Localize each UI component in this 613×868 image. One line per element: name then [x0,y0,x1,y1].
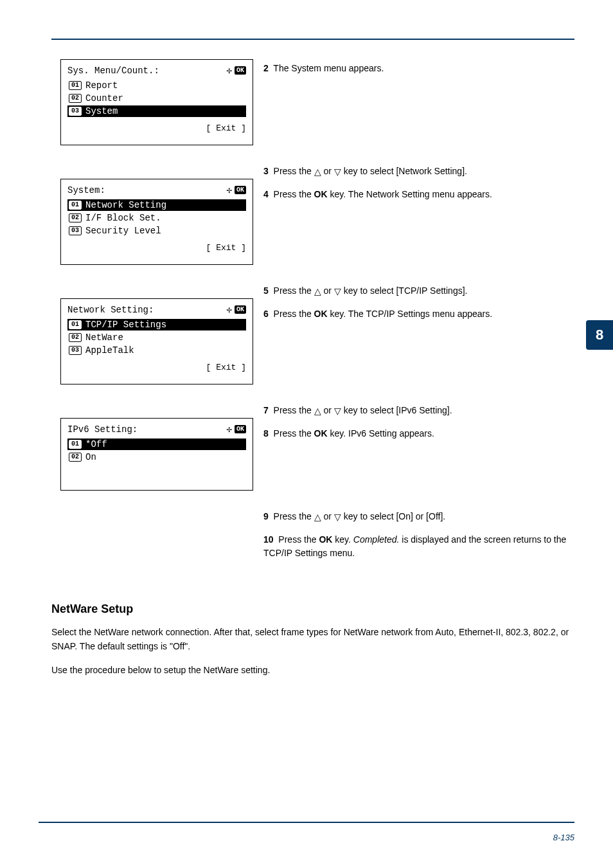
step-row-3-4: System: ✢ OK 01Network Setting 02I/F Blo… [51,162,574,265]
ok-key: OK [314,428,328,439]
lcd-item-label: Security Level [85,226,161,236]
lcd-item-label: Network Setting [85,200,166,210]
step-number: 6 [263,309,269,319]
lcd-title: Sys. Menu/Count.: [67,66,159,76]
lcd-screen-3: Network Setting: ✢ OK 01TCP/IP Settings … [60,298,253,384]
up-triangle-icon: △ [314,404,321,418]
lcd-screen-1: Sys. Menu/Count.: ✢ OK 01Report 02Counte… [60,59,253,145]
step-text: 8 Press the OK key. IPv6 Setting appears… [263,427,574,440]
lcd-item-label: On [85,452,96,462]
ok-icon: OK [235,305,246,314]
item-num-icon: 01 [69,320,82,329]
up-triangle-icon: △ [314,285,321,298]
step-number: 5 [263,285,269,296]
up-triangle-icon: △ [314,165,321,179]
ok-icon: OK [235,66,246,75]
item-num-icon: 01 [69,440,82,449]
step-number: 7 [263,405,269,415]
item-num-icon: 02 [69,333,82,342]
step-number: 10 [263,534,274,545]
lcd-footer: [ Exit ] [67,243,246,253]
ok-key: OK [314,309,328,319]
lcd-title: Network Setting: [67,305,154,315]
lcd-item-selected: 01*Off [67,439,246,450]
lcd-screen-2: System: ✢ OK 01Network Setting 02I/F Blo… [60,179,253,265]
lcd-item: 02On [67,451,246,463]
lcd-title: System: [67,185,105,195]
lcd-item: 02Counter [67,93,246,104]
step-text: 4 Press the OK key. The Network Setting … [263,188,574,201]
lcd-item-label: I/F Block Set. [85,213,161,223]
completed-text: Completed. [353,534,400,545]
ok-key: OK [314,189,328,199]
lcd-header-icons: ✢ OK [227,185,246,195]
body-paragraph: Select the NetWare network connection. A… [51,625,574,654]
chapter-tab: 8 [586,320,613,350]
lcd-item-label: TCP/IP Settings [85,320,166,330]
step-text: 5 Press the △ or ▽ key to select [TCP/IP… [263,284,574,298]
default-value: Off [173,641,184,651]
section-heading: NetWare Setup [51,602,574,616]
down-triangle-icon: ▽ [334,165,341,179]
step-row-5-6: Network Setting: ✢ OK 01TCP/IP Settings … [51,282,574,384]
chapter-number: 8 [596,327,603,343]
nav-arrows-icon: ✢ [227,185,232,195]
step-text: 2 The System menu appears. [263,62,574,75]
down-triangle-icon: ▽ [334,404,341,418]
step-text: 3 Press the △ or ▽ key to select [Networ… [263,165,574,179]
lcd-item-label: Report [85,80,118,91]
lcd-title: IPv6 Setting: [67,424,138,435]
lcd-item: 02NetWare [67,332,246,343]
down-triangle-icon: ▽ [334,511,341,524]
ok-icon: OK [235,186,246,194]
lcd-header-icons: ✢ OK [227,304,246,315]
item-num-icon: 03 [69,226,82,235]
step-text: 10 Press the OK key. Completed. is displ… [263,533,574,560]
lcd-item-selected: 01Network Setting [67,199,246,211]
item-num-icon: 02 [69,453,82,462]
lcd-item: 03Security Level [67,225,246,237]
ok-icon: OK [235,425,246,433]
lcd-item-label: Off [91,439,107,449]
item-num-icon: 03 [69,107,82,116]
down-triangle-icon: ▽ [334,285,341,298]
content: Sys. Menu/Count.: ✢ OK 01Report 02Counte… [51,59,574,686]
nav-arrows-icon: ✢ [227,424,232,435]
lcd-item-selected: 03System [67,105,246,117]
step-text: 7 Press the △ or ▽ key to select [IPv6 S… [263,404,574,418]
lcd-item-label: System [85,106,118,116]
step-text: 9 Press the △ or ▽ key to select [On] or… [263,510,574,524]
step-number: 9 [263,511,269,521]
step-number: 2 [263,63,269,73]
lcd-item-label: AppleTalk [85,345,134,356]
bottom-rule [39,822,574,823]
nav-arrows-icon: ✢ [227,304,232,315]
step-row-7-8: IPv6 Setting: ✢ OK 01*Off 02On 7 Press t… [51,401,574,491]
lcd-header-icons: ✢ OK [227,424,246,435]
lcd-item-selected: 01TCP/IP Settings [67,319,246,330]
step-row-2: Sys. Menu/Count.: ✢ OK 01Report 02Counte… [51,59,574,145]
step-number: 4 [263,189,269,199]
top-rule [51,39,574,40]
lcd-header-icons: ✢ OK [227,65,246,76]
page-number: 8-135 [553,833,574,842]
item-num-icon: 01 [69,81,82,90]
body-paragraph: Use the procedure below to setup the Net… [51,663,574,677]
step-text: 6 Press the OK key. The TCP/IP Settings … [263,307,574,321]
up-triangle-icon: △ [314,511,321,524]
lcd-item: 01Report [67,80,246,91]
lcd-item-label: Counter [85,93,123,104]
item-num-icon: 02 [69,213,82,222]
ok-key: OK [319,534,332,545]
lcd-item: 03AppleTalk [67,345,246,356]
step-number: 3 [263,166,269,176]
nav-arrows-icon: ✢ [227,65,232,76]
item-num-icon: 03 [69,346,82,355]
lcd-footer: [ Exit ] [67,123,246,133]
item-num-icon: 01 [69,201,82,210]
step-number: 8 [263,428,269,439]
lcd-footer: [ Exit ] [67,363,246,372]
step-row-9-10: 9 Press the △ or ▽ key to select [On] or… [51,507,574,569]
lcd-item: 02I/F Block Set. [67,212,246,224]
item-num-icon: 02 [69,94,82,103]
